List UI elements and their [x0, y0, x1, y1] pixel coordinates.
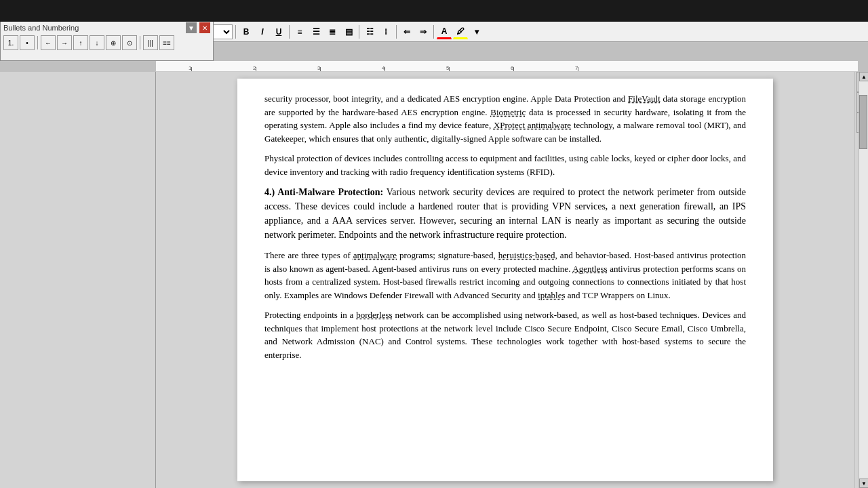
paragraph-1: security processor, boot integrity, and …: [264, 92, 746, 145]
outdent-button[interactable]: ←: [41, 35, 56, 50]
inline-borderless: borderless: [356, 310, 392, 320]
panel-title-bar: Bullets and Numbering ▼ ✕: [1, 22, 213, 34]
top-menu-bar: [0, 0, 868, 22]
ruler: 1 2 3 4 5 6 7: [156, 61, 858, 72]
bold-button[interactable]: B: [239, 24, 254, 39]
heading-4: 4.) Anti-Malware Protection: Various net…: [264, 187, 746, 240]
separator-2: [289, 25, 290, 39]
align-left-button[interactable]: ≡: [292, 24, 307, 39]
underline-button[interactable]: U: [271, 24, 286, 39]
align-center-button[interactable]: ☰: [309, 24, 323, 39]
document-page[interactable]: security processor, boot integrity, and …: [237, 79, 773, 481]
inline-xprotect: XProtect antimalware: [494, 120, 571, 130]
separator-1: [235, 25, 236, 39]
scroll-down-button[interactable]: ▼: [859, 479, 868, 488]
ruler-label-4: 4: [382, 65, 384, 71]
list-button[interactable]: ☷: [362, 24, 377, 39]
section-4-heading: 4.) Anti-Malware Protection: Various net…: [264, 185, 746, 242]
ruler-label-2: 2: [253, 65, 256, 71]
panel-sep-1: [37, 36, 38, 49]
paragraph-2: Physical protection of devices includes …: [264, 152, 746, 178]
remove-button[interactable]: ⊙: [122, 35, 137, 50]
ruler-label-6: 6: [511, 65, 513, 71]
scrollbar[interactable]: ▲ ▼: [859, 72, 868, 488]
scroll-track[interactable]: [859, 81, 868, 488]
paragraph-3: There are three types of antimalware pro…: [264, 249, 746, 302]
ruler-label-1: 1: [189, 65, 191, 71]
columns-button[interactable]: |||: [143, 35, 158, 50]
separator-5: [433, 25, 434, 39]
panel-title-text: Bullets and Numbering: [3, 24, 79, 32]
list-style-1-button[interactable]: 1.: [3, 35, 18, 50]
inline-biometric: Biometric: [490, 107, 526, 117]
align-right-button[interactable]: ≣: [325, 24, 340, 39]
panel-buttons-row: 1. • ← → ↑ ↓ ⊕ ⊙ ||| ≡≡: [1, 34, 213, 52]
left-panel: [0, 72, 156, 488]
indent-button[interactable]: →: [57, 35, 72, 50]
inline-antimalware: antimalware: [353, 250, 397, 260]
heading-title: Anti-Malware Protection:: [277, 187, 383, 197]
inline-heruistics: heruistics-based: [498, 250, 555, 260]
move-up-button[interactable]: ↑: [73, 35, 88, 50]
add-button[interactable]: ⊕: [106, 35, 121, 50]
font-color-button[interactable]: A: [437, 24, 452, 39]
scroll-up-button[interactable]: ▲: [859, 72, 868, 81]
paragraph-4: Protecting endpoints in a borderless net…: [264, 308, 746, 361]
separator-4: [396, 25, 397, 39]
main-layout: security processor, boot integrity, and …: [0, 72, 868, 488]
inline-filевault: FileVault: [628, 94, 660, 104]
list-style-2-button[interactable]: •: [20, 35, 35, 50]
italic-button[interactable]: I: [255, 24, 270, 39]
scroll-thumb[interactable]: [859, 95, 867, 149]
ruler-label-7: 7: [575, 65, 578, 71]
ruler-label-5: 5: [446, 65, 449, 71]
inline-agentless: Agentless: [572, 264, 607, 274]
ruler-marks: 1 2 3 4 5 6 7: [157, 61, 856, 71]
more-button[interactable]: ▾: [469, 24, 484, 39]
indent-decrease-button[interactable]: ⇐: [399, 24, 414, 39]
heading-number: 4.): [264, 187, 277, 197]
ruler-label-3: 3: [317, 65, 320, 71]
move-down-button[interactable]: ↓: [90, 35, 104, 50]
indent-increase-button[interactable]: ⇒: [416, 24, 431, 39]
align-justify-button[interactable]: ▤: [341, 24, 356, 39]
list-options-button[interactable]: ≡≡: [159, 35, 174, 50]
numbered-list-button[interactable]: ⁞: [378, 24, 393, 39]
inline-iptables: iptables: [538, 290, 565, 300]
document-area[interactable]: security processor, boot integrity, and …: [156, 72, 854, 488]
panel-close-button[interactable]: ✕: [199, 22, 210, 33]
panel-minimize-button[interactable]: ▼: [186, 22, 197, 33]
panel-sep-2: [140, 36, 140, 49]
highlight-button[interactable]: 🖊: [453, 24, 468, 39]
separator-3: [359, 25, 359, 39]
bullets-numbering-panel: Bullets and Numbering ▼ ✕ 1. • ← → ↑ ↓ ⊕…: [0, 22, 214, 61]
